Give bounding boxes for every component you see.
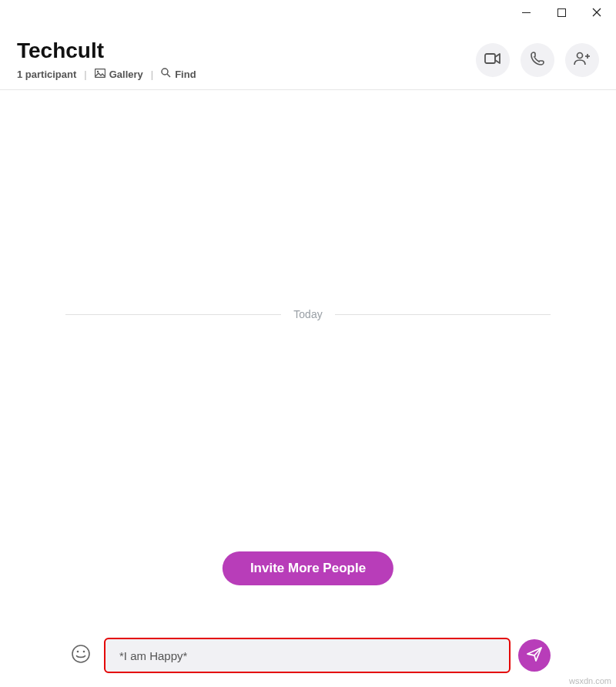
divider-label: Today: [281, 308, 334, 320]
add-people-button[interactable]: [565, 43, 599, 77]
message-input-value: *I am Happy*: [119, 649, 187, 662]
add-person-icon: [574, 51, 591, 69]
invite-more-people-button[interactable]: Invite More People: [223, 551, 393, 585]
phone-icon: [530, 51, 545, 69]
participants-count[interactable]: 1 participant: [17, 69, 76, 80]
chat-title: Techcult: [17, 39, 196, 63]
date-divider: Today: [65, 308, 551, 320]
find-link[interactable]: Find: [161, 68, 196, 80]
send-icon: [526, 645, 543, 665]
header-left: Techcult 1 participant | Gallery | Find: [17, 39, 196, 80]
header-actions: [476, 43, 599, 77]
svg-rect-4: [95, 69, 105, 77]
svg-rect-1: [557, 8, 565, 16]
svg-point-5: [96, 70, 98, 72]
gallery-label: Gallery: [109, 69, 143, 80]
chat-header: Techcult 1 participant | Gallery | Find: [0, 25, 616, 90]
message-composer: *I am Happy*: [65, 638, 551, 673]
divider-line: [335, 314, 551, 315]
svg-point-12: [72, 645, 89, 662]
audio-call-button[interactable]: [521, 43, 554, 77]
svg-point-14: [83, 651, 85, 653]
separator: |: [84, 69, 86, 80]
svg-line-7: [167, 74, 170, 77]
watermark: wsxdn.com: [569, 676, 611, 685]
divider-line: [65, 314, 281, 315]
emoji-icon: [71, 644, 91, 667]
header-meta: 1 participant | Gallery | Find: [17, 68, 196, 80]
svg-point-13: [77, 651, 79, 653]
close-button[interactable]: [579, 0, 614, 25]
maximize-button[interactable]: [544, 0, 579, 25]
separator: |: [151, 69, 153, 80]
svg-point-6: [162, 69, 168, 75]
emoji-button[interactable]: [65, 640, 96, 671]
window-titlebar: [0, 0, 616, 25]
gallery-link[interactable]: Gallery: [95, 69, 143, 80]
find-label: Find: [175, 69, 196, 80]
svg-rect-8: [485, 54, 495, 63]
message-input[interactable]: *I am Happy*: [104, 638, 511, 673]
svg-point-9: [578, 53, 583, 59]
gallery-icon: [95, 69, 105, 80]
send-button[interactable]: [518, 639, 551, 672]
chat-area: Today Invite More People: [0, 108, 616, 618]
search-icon: [161, 68, 171, 80]
minimize-button[interactable]: [508, 0, 544, 25]
video-call-button[interactable]: [476, 43, 510, 77]
video-icon: [484, 52, 501, 68]
